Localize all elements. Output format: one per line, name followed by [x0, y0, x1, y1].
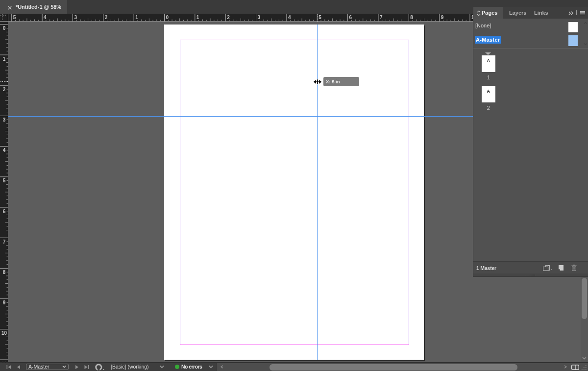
svg-text:5: 5: [13, 15, 16, 20]
svg-text:3: 3: [74, 15, 77, 20]
svg-text:1: 1: [135, 15, 138, 20]
svg-text:0: 0: [166, 15, 169, 20]
svg-text:4: 4: [3, 148, 6, 153]
svg-text:6: 6: [3, 209, 6, 214]
svg-text:4: 4: [288, 15, 291, 20]
svg-text:9: 9: [441, 15, 444, 20]
svg-text:2: 2: [3, 87, 6, 92]
svg-text:2: 2: [105, 15, 108, 20]
svg-text:8: 8: [410, 15, 413, 20]
svg-text:1: 1: [196, 15, 199, 20]
svg-text:4: 4: [44, 15, 47, 20]
svg-text:1: 1: [3, 56, 6, 62]
svg-text:10: 10: [1, 330, 7, 336]
svg-text:0: 0: [3, 25, 6, 31]
svg-text:2: 2: [227, 15, 230, 20]
svg-text:9: 9: [3, 300, 6, 305]
svg-text:6: 6: [349, 15, 352, 20]
svg-text:7: 7: [380, 15, 383, 20]
svg-text:3: 3: [3, 117, 6, 123]
svg-text:5: 5: [3, 178, 6, 183]
svg-text:7: 7: [3, 239, 6, 245]
svg-text:5: 5: [318, 15, 321, 20]
svg-text:8: 8: [3, 270, 6, 275]
svg-text:3: 3: [258, 15, 261, 20]
